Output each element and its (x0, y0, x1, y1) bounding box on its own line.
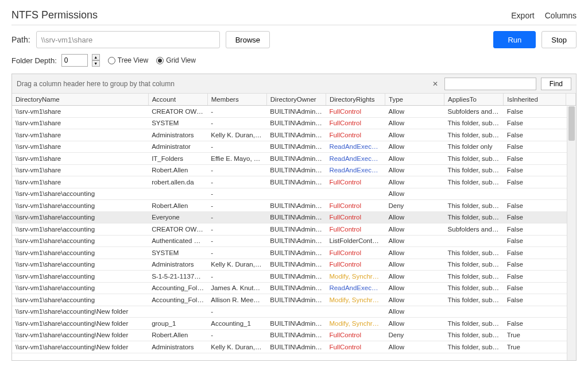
cell: False (504, 235, 566, 247)
path-input[interactable] (36, 31, 220, 48)
table-row[interactable]: \\srv-vm1\share\accounting\New folderRob… (12, 329, 576, 341)
permissions-table: DirectoryNameAccountMembersDirectoryOwne… (12, 94, 576, 353)
col-account[interactable]: Account (148, 94, 207, 106)
export-link[interactable]: Export (511, 11, 534, 20)
path-label: Path: (11, 35, 30, 44)
cell: FullControl (326, 223, 385, 236)
cell: False (504, 282, 566, 294)
cell: - (207, 211, 266, 223)
depth-down-button[interactable]: ▼ (92, 60, 100, 67)
col-directoryname[interactable]: DirectoryName (12, 94, 148, 106)
cell: False (504, 106, 566, 118)
table-row[interactable]: \\srv-vm1\share\accountingAuthenticated … (12, 235, 576, 247)
vertical-scrollbar[interactable] (567, 106, 576, 360)
cell: \\srv-vm1\share (12, 117, 148, 129)
cell: Allow (385, 141, 444, 153)
table-row[interactable]: \\srv-vm1\shareIT_FoldersEffie E. Mayo, … (12, 153, 576, 165)
table-row[interactable]: \\srv-vm1\share\accountingRobert.Allen-B… (12, 200, 576, 212)
find-input[interactable] (444, 78, 536, 90)
table-row[interactable]: \\srv-vm1\share\accounting\New foldergro… (12, 318, 576, 330)
cell: \\srv-vm1\share\accounting (12, 188, 148, 200)
close-icon[interactable]: ✕ (431, 79, 440, 88)
col-appliesto[interactable]: AppliesTo (444, 94, 504, 106)
depth-input[interactable] (61, 54, 88, 67)
table-row[interactable]: \\srv-vm1\share\accountingS-1-5-21-11372… (12, 271, 576, 283)
cell: BUILTIN\Administr... (266, 318, 326, 330)
cell: True (504, 329, 566, 341)
cell: Robert.Allen (148, 329, 207, 341)
cell: Allow (385, 223, 444, 236)
table-row[interactable]: \\srv-vm1\share\accountingAccounting_Fol… (12, 282, 576, 294)
cell: Allow (385, 235, 444, 247)
table-row[interactable]: \\srv-vm1\shareCREATOR OWNER-BUILTIN\Adm… (12, 106, 576, 118)
table-row[interactable]: \\srv-vm1\shareRobert.Allen-BUILTIN\Admi… (12, 164, 576, 176)
cell: - (207, 106, 266, 118)
cell: CREATOR OWNER (148, 223, 207, 236)
cell: group_1 (148, 318, 207, 330)
cell: - (207, 176, 266, 188)
cell: False (504, 259, 566, 271)
table-scroll[interactable]: DirectoryNameAccountMembersDirectoryOwne… (12, 94, 576, 360)
col-type[interactable]: Type (385, 94, 444, 106)
view-options: Folder Depth: ▲ ▼ Tree View Grid View (11, 54, 577, 67)
cell: \\srv-vm1\share (12, 106, 148, 118)
cell: Kelly K. Duran, Kel... (207, 341, 266, 353)
table-row[interactable]: \\srv-vm1\shareAdministrator-BUILTIN\Adm… (12, 141, 576, 153)
stop-button[interactable]: Stop (541, 31, 577, 48)
cell: BUILTIN\Administr... (266, 141, 326, 153)
cell: \\srv-vm1\share\accounting (12, 235, 148, 247)
col-directoryrights[interactable]: DirectoryRights (326, 94, 385, 106)
cell: Administrators (148, 259, 207, 271)
cell: - (207, 200, 266, 212)
cell: FullControl (326, 129, 385, 141)
col-members[interactable]: Members (207, 94, 266, 106)
cell: Effie E. Mayo, Fre... (207, 153, 266, 165)
cell: FullControl (326, 106, 385, 118)
cell: - (207, 188, 266, 200)
cell: Allison R. Meehan (207, 294, 266, 306)
cell: BUILTIN\Administr... (266, 282, 326, 294)
table-row[interactable]: \\srv-vm1\share\accountingCREATOR OWNER-… (12, 223, 576, 236)
radio-checked-icon (156, 57, 164, 64)
cell: BUILTIN\Administr... (266, 176, 326, 188)
col-directoryowner[interactable]: DirectoryOwner (266, 94, 326, 106)
cell: Kelly K. Duran, Kel... (207, 129, 266, 141)
cell (148, 306, 207, 318)
cell: Allow (385, 129, 444, 141)
cell (326, 306, 385, 318)
run-button[interactable]: Run (493, 31, 536, 48)
browse-button[interactable]: Browse (226, 31, 270, 48)
table-row[interactable]: \\srv-vm1\share\accountingSYSTEM-BUILTIN… (12, 247, 576, 259)
columns-link[interactable]: Columns (545, 11, 577, 20)
group-bar: Drag a column header here to group by th… (12, 74, 576, 94)
table-row[interactable]: \\srv-vm1\share\accountingEveryone-BUILT… (12, 211, 576, 223)
tree-view-radio[interactable]: Tree View (108, 56, 148, 64)
cell: \\srv-vm1\share (12, 141, 148, 153)
cell: Allow (385, 153, 444, 165)
cell: Authenticated Us... (148, 235, 207, 247)
grid-view-radio[interactable]: Grid View (156, 56, 196, 64)
table-row[interactable]: \\srv-vm1\shareAdministratorsKelly K. Du… (12, 129, 576, 141)
scrollbar-thumb[interactable] (568, 106, 575, 141)
cell: BUILTIN\Administr... (266, 200, 326, 212)
depth-up-button[interactable]: ▲ (92, 54, 100, 60)
col-isinherited[interactable]: IsInherited (504, 94, 566, 106)
cell: - (207, 164, 266, 176)
table-row[interactable]: \\srv-vm1\share\accounting-Allow (12, 188, 576, 200)
table-row[interactable]: \\srv-vm1\share\accountingAccounting_Fol… (12, 294, 576, 306)
cell: BUILTIN\Administr... (266, 341, 326, 353)
cell: ReadAndExecute,... (326, 282, 385, 294)
table-row[interactable]: \\srv-vm1\share\accountingAdministrators… (12, 259, 576, 271)
table-row[interactable]: \\srv-vm1\share\accounting\New folder-Al… (12, 306, 576, 318)
cell: - (207, 329, 266, 341)
cell: Allow (385, 282, 444, 294)
cell: Allow (385, 259, 444, 271)
table-row[interactable]: \\srv-vm1\sharerobert.allen.da-BUILTIN\A… (12, 176, 576, 188)
cell: S-1-5-21-1137229... (148, 271, 207, 283)
find-button[interactable]: Find (541, 78, 571, 90)
cell: \\srv-vm1\share\accounting (12, 247, 148, 259)
cell: BUILTIN\Administr... (266, 164, 326, 176)
cell: ReadAndExecute,... (326, 164, 385, 176)
table-row[interactable]: \\srv-vm1\shareSYSTEM-BUILTIN\Administr.… (12, 117, 576, 129)
table-row[interactable]: \\srv-vm1\share\accounting\New folderAdm… (12, 341, 576, 353)
